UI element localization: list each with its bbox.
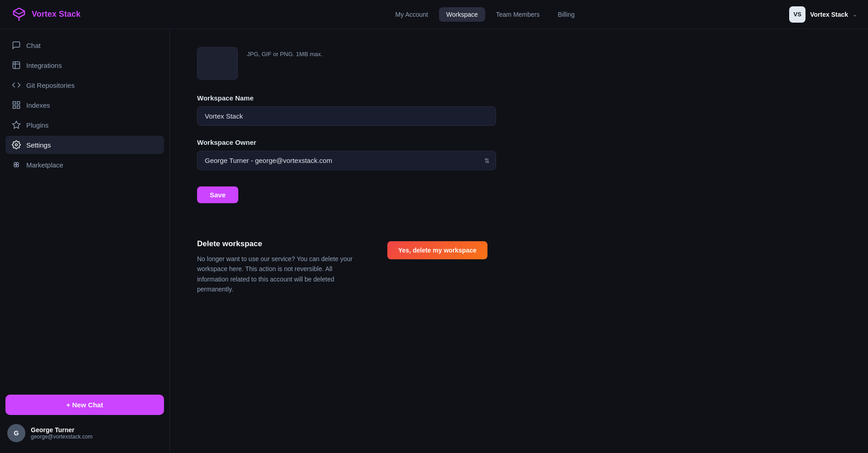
- svg-point-8: [16, 165, 19, 167]
- sidebar-item-plugins[interactable]: Plugins: [5, 116, 164, 134]
- workspace-owner-section: Workspace Owner George Turner - george@v…: [197, 138, 841, 170]
- sidebar-nav: Chat Integrations Git Repositories: [5, 36, 164, 389]
- logo-area: Vortex Stack: [11, 6, 181, 23]
- sidebar-item-marketplace[interactable]: Marketplace: [5, 156, 164, 174]
- delete-title: Delete workspace: [197, 239, 360, 248]
- git-icon: [12, 81, 21, 90]
- nav-links: My Account Workspace Team Members Billin…: [181, 7, 789, 22]
- upload-hint: JPG, GIF or PNG. 1MB max.: [247, 47, 323, 57]
- sidebar-item-indexes[interactable]: Indexes: [5, 96, 164, 114]
- main-layout: Chat Integrations Git Repositories: [0, 29, 868, 453]
- new-chat-button[interactable]: + New Chat: [5, 395, 164, 415]
- image-upload-area: JPG, GIF or PNG. 1MB max.: [197, 47, 841, 80]
- logo-icon: [11, 6, 27, 23]
- marketplace-icon: [12, 160, 21, 169]
- delete-section: Delete workspace No longer want to use o…: [197, 239, 841, 295]
- user-profile: G George Turner george@vortexstack.com: [5, 420, 164, 446]
- topnav: Vortex Stack My Account Workspace Team M…: [0, 0, 868, 29]
- nav-team-members[interactable]: Team Members: [489, 7, 547, 22]
- delete-description: No longer want to use our service? You c…: [197, 254, 360, 295]
- user-avatar-box: VS: [789, 6, 805, 23]
- svg-rect-3: [17, 106, 20, 109]
- plugins-icon: [12, 120, 21, 129]
- user-email: george@vortexstack.com: [31, 434, 92, 440]
- workspace-owner-wrapper: George Turner - george@vortexstack.com ⇅: [197, 151, 496, 170]
- integrations-icon: [12, 61, 21, 70]
- workspace-name-input[interactable]: [197, 106, 496, 126]
- nav-my-account[interactable]: My Account: [388, 7, 435, 22]
- sidebar: Chat Integrations Git Repositories: [0, 29, 170, 453]
- main-content: JPG, GIF or PNG. 1MB max. Workspace Name…: [170, 29, 868, 453]
- sidebar-bottom: + New Chat G George Turner george@vortex…: [5, 389, 164, 446]
- svg-rect-2: [13, 106, 16, 109]
- user-full-name: George Turner: [31, 426, 92, 434]
- sidebar-item-integrations[interactable]: Integrations: [5, 56, 164, 74]
- user-area[interactable]: VS Vortex Stack ⌄: [789, 6, 857, 23]
- svg-rect-1: [17, 102, 20, 105]
- workspace-owner-select[interactable]: George Turner - george@vortexstack.com: [197, 151, 496, 170]
- chevron-down-icon: ⌄: [853, 11, 857, 18]
- sidebar-item-chat[interactable]: Chat: [5, 36, 164, 54]
- chat-icon: [12, 41, 21, 50]
- logo-text: Vortex Stack: [32, 10, 81, 19]
- user-name-nav: Vortex Stack: [810, 11, 848, 18]
- settings-icon: [12, 140, 21, 149]
- delete-workspace-button[interactable]: Yes, delete my workspace: [387, 241, 487, 259]
- workspace-owner-label: Workspace Owner: [197, 138, 841, 146]
- svg-rect-0: [13, 102, 16, 105]
- nav-workspace[interactable]: Workspace: [439, 7, 485, 22]
- sidebar-item-settings[interactable]: Settings: [5, 136, 164, 154]
- workspace-name-label: Workspace Name: [197, 94, 841, 102]
- workspace-name-section: Workspace Name: [197, 94, 841, 126]
- avatar: G: [7, 424, 25, 442]
- upload-box[interactable]: [197, 47, 238, 80]
- indexes-icon: [12, 100, 21, 110]
- delete-info: Delete workspace No longer want to use o…: [197, 239, 360, 295]
- user-info: George Turner george@vortexstack.com: [31, 426, 92, 440]
- sidebar-item-git-repositories[interactable]: Git Repositories: [5, 76, 164, 94]
- svg-point-4: [15, 144, 18, 146]
- save-button[interactable]: Save: [197, 186, 238, 203]
- nav-billing[interactable]: Billing: [550, 7, 582, 22]
